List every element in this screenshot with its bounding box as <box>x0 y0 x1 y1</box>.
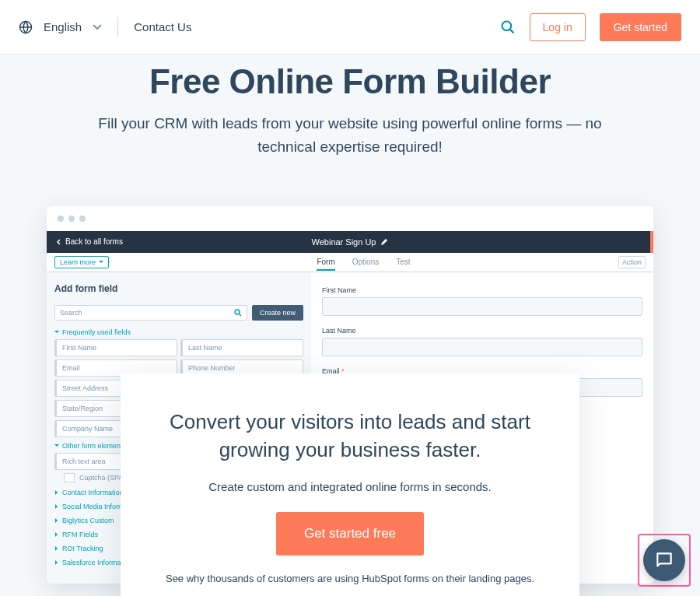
cta-sub1: Create custom and integrated online form… <box>155 480 545 493</box>
search-row: Search Create new <box>54 305 303 321</box>
group-frequently-used[interactable]: Frequently used fields <box>54 328 303 336</box>
chat-icon <box>654 550 674 570</box>
field-search-input[interactable]: Search <box>54 305 247 321</box>
svg-line-2 <box>509 29 513 33</box>
create-new-button[interactable]: Create new <box>252 305 303 321</box>
login-button[interactable]: Log in <box>530 13 586 41</box>
top-navigation: English Contact Us Log in Get started <box>0 0 700 54</box>
chat-button[interactable] <box>643 539 685 581</box>
browser-controls <box>47 206 653 231</box>
divider <box>117 17 118 37</box>
accent-strip <box>650 231 653 253</box>
search-icon[interactable] <box>500 19 516 35</box>
input-first-name[interactable] <box>322 297 642 316</box>
topbar-left: English Contact Us <box>19 17 191 37</box>
svg-point-3 <box>235 310 240 314</box>
caret-down-icon <box>54 330 59 335</box>
label-first-name: First Name <box>322 286 642 294</box>
chat-widget[interactable] <box>641 537 688 584</box>
caret-right-icon <box>54 532 59 537</box>
cta-sub2: See why thousands of customers are using… <box>155 573 545 584</box>
hero-section: Free Online Form Builder Fill your CRM w… <box>0 54 700 183</box>
caret-down-icon <box>99 260 103 265</box>
action-button[interactable]: Action <box>618 256 646 268</box>
globe-icon <box>19 20 33 34</box>
topbar-right: Log in Get started <box>500 13 681 41</box>
caret-right-icon <box>54 546 59 551</box>
learn-more-button[interactable]: Learn more <box>54 256 109 268</box>
chevron-down-icon <box>93 23 102 32</box>
tab-test[interactable]: Test <box>396 258 410 267</box>
caret-right-icon <box>54 560 59 565</box>
caret-down-icon <box>54 443 59 448</box>
app-header: Back to all forms Webinar Sign Up <box>47 231 653 253</box>
contact-link[interactable]: Contact Us <box>134 20 191 33</box>
tab-options[interactable]: Options <box>352 258 379 267</box>
label-last-name: Last Name <box>322 327 642 335</box>
tabs: Form Options Test <box>317 258 410 267</box>
field-first-name[interactable]: First Name <box>54 339 177 356</box>
cta-card: Convert your visitors into leads and sta… <box>121 373 579 596</box>
language-label: English <box>44 20 82 33</box>
form-block-last-name: Last Name <box>322 327 642 356</box>
language-selector[interactable]: English <box>19 20 102 34</box>
back-link[interactable]: Back to all forms <box>56 237 123 246</box>
field-last-name[interactable]: Last Name <box>180 339 303 356</box>
tab-form[interactable]: Form <box>317 258 334 271</box>
get-started-free-button[interactable]: Get started free <box>276 512 424 556</box>
input-last-name[interactable] <box>322 338 642 356</box>
captcha-checkbox[interactable] <box>64 473 75 482</box>
caret-right-icon <box>54 490 59 495</box>
app-title[interactable]: Webinar Sign Up <box>312 237 389 247</box>
svg-line-4 <box>239 314 241 316</box>
caret-right-icon <box>54 504 59 509</box>
form-block-first-name: First Name <box>322 286 642 316</box>
panel-heading: Add form field <box>54 283 303 294</box>
chevron-left-icon <box>56 239 62 245</box>
caret-right-icon <box>54 518 59 523</box>
pencil-icon <box>380 238 388 246</box>
search-small-icon <box>234 309 242 317</box>
cta-heading: Convert your visitors into leads and sta… <box>155 408 545 465</box>
hero-title: Free Online Form Builder <box>31 62 669 101</box>
secondary-bar: Learn more Form Options Test Action <box>47 253 653 272</box>
get-started-button[interactable]: Get started <box>600 13 681 41</box>
svg-point-1 <box>502 21 511 30</box>
hero-subtitle: Fill your CRM with leads from your websi… <box>70 112 630 160</box>
